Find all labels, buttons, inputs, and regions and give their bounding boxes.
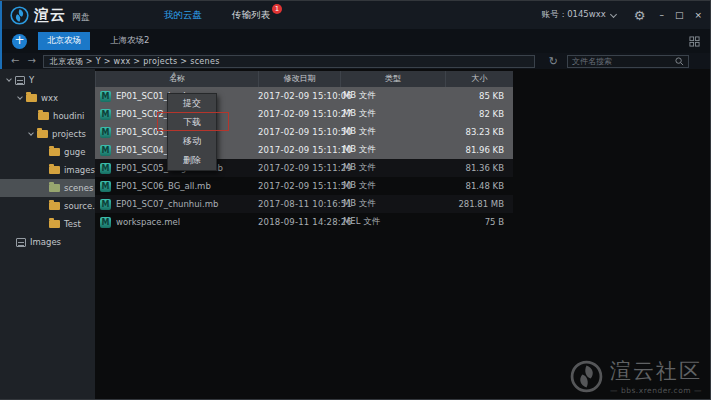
file-name: EP01_SC06_BG_all.mb xyxy=(116,181,211,191)
folder-icon xyxy=(49,184,60,192)
table-row[interactable]: MEP01_SC06_BG_all.mb 2017-02-09 15:11:50… xyxy=(95,177,513,195)
file-size: 85 KB xyxy=(445,91,513,101)
red-annotation-box xyxy=(157,112,229,131)
tree-label: guge xyxy=(64,147,85,157)
column-header-name[interactable]: 名称 xyxy=(95,71,258,87)
breadcrumb-path: 北京农场 > Y > wxx > projects > scenes xyxy=(50,56,220,67)
tree-label: wxx xyxy=(41,93,58,103)
file-size: 81.36 KB xyxy=(445,163,513,173)
maya-file-icon: M xyxy=(100,181,111,192)
expand-chevron-icon[interactable] xyxy=(15,93,25,103)
forward-icon[interactable]: → xyxy=(27,56,35,66)
file-date: 2017-02-09 15:11:10 xyxy=(258,145,340,155)
farm-tab-shanghai[interactable]: 上海农场2 xyxy=(101,32,158,50)
table-row[interactable]: MEP01_SC07_chunhui.mb 2017-08-11 10:16:5… xyxy=(95,195,513,213)
file-type: MEL 文件 xyxy=(340,216,445,228)
maya-file-icon: M xyxy=(100,145,111,156)
watermark-logo-icon xyxy=(570,360,603,393)
file-date: 2017-08-11 10:16:51 xyxy=(258,199,340,209)
farm-tab-beijing[interactable]: 北京农场 xyxy=(38,32,90,50)
column-header-date[interactable]: 修改日期 xyxy=(258,71,340,87)
tab-transfer-list-label: 传输列表 xyxy=(232,9,270,20)
app-window: 渲云 网盘 我的云盘 传输列表 1 账号：0145wxx ⚙ – □ × + 北… xyxy=(0,0,711,400)
tree-item-houdini[interactable]: houdini xyxy=(0,107,95,125)
tree-item-images[interactable]: images xyxy=(0,161,95,179)
minimize-button[interactable]: – xyxy=(659,11,664,20)
file-date: 2017-02-09 15:10:06 xyxy=(258,91,340,101)
folder-icon xyxy=(49,166,60,174)
tree-label: Images xyxy=(30,237,61,247)
window-controls: – □ × xyxy=(659,11,702,20)
column-header-size[interactable]: 大小 xyxy=(445,71,513,87)
context-menu: 提交 下载 移动 删除 xyxy=(167,93,217,171)
file-type: MB 文件 xyxy=(340,144,445,156)
file-date: 2017-02-09 15:10:50 xyxy=(258,127,340,137)
table-row[interactable]: MEP01_SC04_xia.m 2017-02-09 15:11:10 MB … xyxy=(95,141,513,159)
back-icon[interactable]: ← xyxy=(11,56,19,66)
maya-file-icon: M xyxy=(100,127,111,138)
layout-grid-icon[interactable] xyxy=(689,36,700,47)
maya-file-icon: M xyxy=(100,91,111,102)
file-name: EP01_SC07_chunhui.mb xyxy=(116,199,218,209)
maximize-button[interactable]: □ xyxy=(675,11,684,20)
expand-chevron-icon[interactable] xyxy=(26,129,36,139)
table-row[interactable]: MEP01_SC05_xingzhou.mb 2017-02-09 15:11:… xyxy=(95,159,513,177)
tree-item-images-root[interactable]: Images xyxy=(0,233,95,251)
maya-file-icon: M xyxy=(100,109,111,120)
maya-file-icon: M xyxy=(100,163,111,174)
expand-chevron-icon[interactable] xyxy=(4,75,14,85)
tree-item-scenes[interactable]: scenes xyxy=(0,179,95,197)
folder-icon xyxy=(37,130,48,138)
tree-item-wxx[interactable]: wxx xyxy=(0,89,95,107)
column-header-type[interactable]: 类型 xyxy=(340,71,445,87)
titlebar-right: 账号：0145wxx ⚙ – □ × xyxy=(542,9,702,22)
menu-item-submit[interactable]: 提交 xyxy=(168,94,216,113)
watermark: 渲云社区 — bbs.xrender.com — xyxy=(570,357,702,395)
main-tabs: 我的云盘 传输列表 1 xyxy=(164,1,270,29)
file-type: MB 文件 xyxy=(340,180,445,192)
search-input[interactable] xyxy=(572,57,675,66)
file-date: 2017-02-09 15:10:27 xyxy=(258,109,340,119)
add-farm-button[interactable]: + xyxy=(12,34,27,49)
table-row[interactable]: Mworkspace.mel 2018-09-11 14:28:26 MEL 文… xyxy=(95,213,513,231)
tree-label: source... xyxy=(64,201,95,211)
file-name: workspace.mel xyxy=(116,217,180,227)
tree-label: images xyxy=(64,165,95,175)
table-row[interactable]: MEP01_SC01_kaola 2017-02-09 15:10:06 MB … xyxy=(95,87,513,105)
tree-label: scenes xyxy=(64,183,93,193)
search-box xyxy=(567,55,689,68)
drive-icon xyxy=(16,238,26,247)
tab-transfer-list[interactable]: 传输列表 1 xyxy=(232,9,270,22)
refresh-icon[interactable]: ↻ xyxy=(549,56,558,67)
chevron-down-icon[interactable] xyxy=(610,10,617,17)
menu-item-delete[interactable]: 删除 xyxy=(168,151,216,170)
file-type: MB 文件 xyxy=(340,90,445,102)
close-button[interactable]: × xyxy=(694,11,702,20)
account-label[interactable]: 账号：0145wxx xyxy=(542,9,606,21)
tree-label: projects xyxy=(52,129,86,139)
file-date: 2017-02-09 15:11:29 xyxy=(258,163,340,173)
file-type: MB 文件 xyxy=(340,198,445,210)
file-size: 82 KB xyxy=(445,109,513,119)
folder-icon xyxy=(26,94,37,102)
tree-item-projects[interactable]: projects xyxy=(0,125,95,143)
breadcrumb[interactable]: 北京农场 > Y > wxx > projects > scenes xyxy=(43,55,535,68)
menu-item-move[interactable]: 移动 xyxy=(168,132,216,151)
gear-icon[interactable]: ⚙ xyxy=(634,9,646,22)
tree-item-guge[interactable]: guge xyxy=(0,143,95,161)
file-size: 281.81 MB xyxy=(445,199,513,209)
mel-file-icon: M xyxy=(100,217,111,228)
file-size: 81.96 KB xyxy=(445,145,513,155)
file-size: 83.23 KB xyxy=(445,127,513,137)
watermark-title: 渲云社区 xyxy=(610,357,702,385)
farm-tab-row: + 北京农场 上海农场2 xyxy=(0,29,710,53)
title-bar: 渲云 网盘 我的云盘 传输列表 1 账号：0145wxx ⚙ – □ × xyxy=(0,1,710,29)
tab-my-cloud-drive[interactable]: 我的云盘 xyxy=(164,9,202,22)
tree-item-y[interactable]: Y xyxy=(0,71,95,89)
tree-item-test[interactable]: Test xyxy=(0,215,95,233)
tree-label: Y xyxy=(29,75,34,85)
folder-icon xyxy=(49,202,60,210)
transfer-count-badge: 1 xyxy=(272,4,282,14)
search-icon[interactable] xyxy=(675,57,684,66)
tree-item-source[interactable]: source... xyxy=(0,197,95,215)
